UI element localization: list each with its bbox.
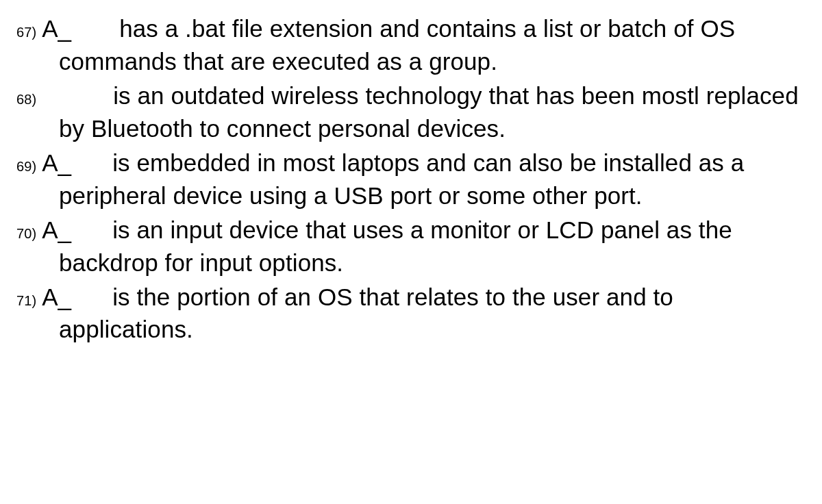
- question-lead: A_: [42, 15, 71, 42]
- question-item: 71) A_is the portion of an OS that relat…: [16, 281, 808, 346]
- question-text: is an outdated wireless technology that …: [59, 82, 799, 142]
- question-number: 67): [16, 25, 36, 40]
- question-number: 71): [16, 293, 36, 308]
- question-lead: A_: [42, 284, 71, 310]
- question-number: 69): [16, 159, 36, 174]
- question-lead: A_: [42, 216, 71, 243]
- question-item: 68)is an outdated wireless technology th…: [16, 79, 808, 145]
- question-item: 70) A_is an input device that uses a mon…: [16, 214, 808, 279]
- question-text: is the portion of an OS that relates to …: [59, 284, 673, 343]
- question-number: 70): [16, 226, 36, 241]
- question-text: has a .bat file extension and contains a…: [59, 15, 735, 75]
- question-list: 67) A_has a .bat file extension and cont…: [0, 0, 822, 346]
- question-lead: A_: [42, 149, 71, 176]
- question-text: is embedded in most laptops and can also…: [59, 149, 744, 209]
- question-text: is an input device that uses a monitor o…: [59, 216, 732, 276]
- question-item: 69) A_is embedded in most laptops and ca…: [16, 147, 808, 212]
- question-number: 68): [16, 92, 36, 107]
- question-item: 67) A_has a .bat file extension and cont…: [16, 12, 808, 78]
